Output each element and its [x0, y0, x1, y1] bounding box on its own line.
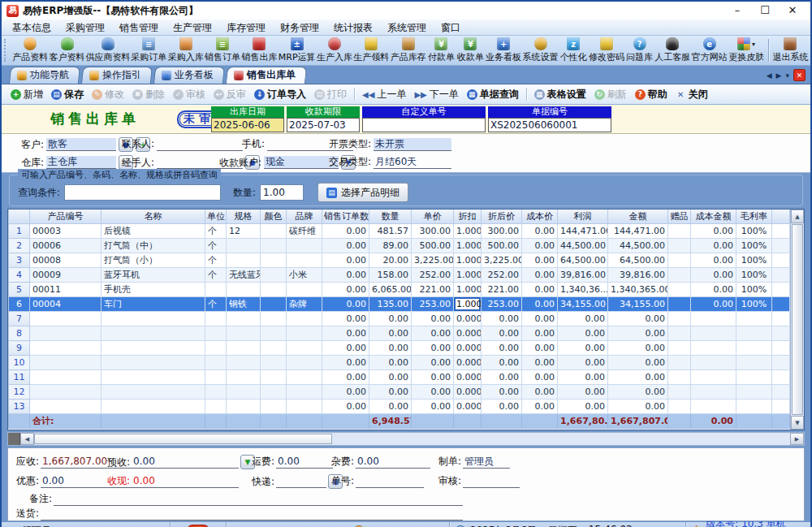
payment-account-input[interactable]: 现金 [264, 156, 339, 169]
action-help[interactable]: ?帮助 [631, 88, 672, 102]
toolbar-receipt-doc[interactable]: ¥收款单 [456, 37, 485, 64]
table-row-11[interactable]: 110.000.000.000.0000.000.000.000.00 [9, 370, 790, 385]
column-header-8[interactable]: 数量 [369, 210, 412, 224]
action-refresh[interactable]: ↻刷新 [590, 88, 631, 102]
toolbar-dashboard[interactable]: +业务看板 [485, 37, 521, 64]
toolbar-customer-info[interactable]: 客户资料 [49, 37, 85, 64]
toolbar-product-stock[interactable]: 产品库存 [390, 37, 426, 64]
column-header-11[interactable]: 折后价 [482, 210, 522, 224]
toolbar-support[interactable]: 人工客服 [654, 37, 691, 64]
action-delete[interactable]: ✖删除 [128, 88, 169, 102]
action-grid-settings[interactable]: ▦表格设置 [530, 88, 590, 102]
action-new[interactable]: +新增 [6, 88, 47, 102]
tab-operation-guide[interactable]: 操作指引 [81, 67, 153, 84]
delivery-input[interactable] [41, 508, 463, 521]
toolbar-sales-order[interactable]: ≡销售订单 [204, 37, 240, 64]
column-header-2[interactable]: 名称 [102, 210, 205, 224]
table-row-8[interactable]: 80.000.000.000.0000.000.000.000.00 [9, 326, 790, 341]
tab-scroll-right-icon[interactable]: ▶ [776, 71, 782, 80]
table-row-13[interactable]: 130.000.000.000.0000.000.000.000.00 [9, 400, 790, 414]
menu-item-0[interactable]: 基本信息 [5, 20, 58, 35]
menu-item-2[interactable]: 销售管理 [112, 20, 166, 35]
column-header-4[interactable]: 规格 [227, 210, 261, 224]
menu-item-1[interactable]: 采购管理 [58, 20, 112, 35]
customer-input[interactable]: 散客 [46, 138, 116, 151]
column-header-0[interactable] [9, 210, 30, 224]
tab-scroll-left-icon[interactable]: ◀ [767, 71, 772, 80]
tab-list-icon[interactable]: ▾ [785, 71, 789, 80]
table-row-6[interactable]: 600004车门个钢铁杂牌0.00135.00253.001.000253.00… [9, 297, 790, 312]
warehouse-input[interactable]: 主仓库 [46, 156, 116, 169]
column-header-13[interactable]: 利润 [558, 210, 608, 224]
tab-business-board[interactable]: 业务看板 [153, 67, 225, 84]
toolbar-website[interactable]: e官方网站 [691, 37, 728, 64]
action-prev-doc[interactable]: ◀◀上一单 [358, 88, 410, 102]
column-header-1[interactable]: 产品编号 [30, 210, 102, 224]
table-row-12[interactable]: 120.000.000.000.0000.000.000.000.00 [9, 385, 790, 400]
invoice-type-input[interactable]: 未开票 [374, 138, 451, 151]
column-header-9[interactable]: 单价 [412, 210, 454, 224]
menu-item-8[interactable]: 窗口 [434, 20, 468, 35]
vertical-scrollbar[interactable]: ▲ ▼ [790, 210, 804, 430]
action-audit[interactable]: ✓审核 [169, 88, 209, 102]
action-save[interactable]: ▤保存 [47, 88, 88, 102]
toolbar-product-info[interactable]: 产品资料 [11, 37, 48, 64]
toolbar-production-in[interactable]: 生产入库 [316, 37, 352, 64]
scroll-down-icon[interactable]: ▼ [791, 416, 804, 430]
column-header-18[interactable] [772, 210, 790, 224]
cash-input[interactable]: 0.00 [132, 475, 239, 488]
menu-item-5[interactable]: 财务管理 [273, 20, 326, 35]
column-header-3[interactable]: 单位 [205, 210, 227, 224]
toolbar-change-skin[interactable]: ▾更换皮肤 [728, 37, 764, 64]
table-row-9[interactable]: 90.000.000.000.0000.000.000.000.00 [9, 341, 790, 356]
scroll-left-icon[interactable]: ◀ [20, 433, 34, 445]
column-header-10[interactable]: 折扣 [454, 210, 482, 224]
table-row-3[interactable]: 300008打气筒（小）个0.0020.003,225.001.0003,225… [9, 253, 790, 268]
scroll-up-icon[interactable]: ▲ [791, 210, 804, 223]
column-header-14[interactable]: 金额 [608, 210, 668, 224]
toolbar-exit-system[interactable]: 退出系统 [772, 37, 809, 64]
table-row-5[interactable]: 500011手机壳0.006,065.00221.001.000221.000.… [9, 283, 790, 297]
table-row-10[interactable]: 100.000.000.000.0000.000.000.000.00 [9, 356, 790, 370]
table-row-7[interactable]: 70.000.000.000.0000.000.000.000.00 [9, 312, 790, 326]
toolbar-personalize[interactable]: z个性化 [559, 37, 588, 64]
toolbar-system-settings[interactable]: 系统设置 [522, 37, 559, 64]
action-next-doc[interactable]: ▶▶下一单 [410, 88, 462, 102]
action-close[interactable]: ✕关闭 [672, 88, 712, 102]
column-header-12[interactable]: 成本价 [522, 210, 558, 224]
column-header-6[interactable]: 品牌 [287, 210, 322, 224]
scroll-right-icon[interactable]: ▶ [790, 433, 804, 445]
remark-input[interactable] [54, 493, 463, 506]
column-header-15[interactable]: 赠品 [668, 210, 691, 224]
menu-item-4[interactable]: 库存管理 [219, 20, 273, 35]
action-print[interactable]: ▤打印 [310, 88, 351, 102]
toolbar-issue-library[interactable]: ?问题库 [625, 37, 654, 64]
horizontal-scroll-track[interactable] [332, 433, 790, 445]
close-button[interactable]: ✕ [784, 3, 801, 18]
table-row-4[interactable]: 400009蓝牙耳机个无线蓝牙小米0.00158.00252.001.00025… [9, 268, 790, 283]
horizontal-scroll-thumb[interactable] [34, 434, 332, 444]
doc-field-value-2[interactable] [362, 118, 486, 132]
tab-function-nav[interactable]: 功能导航 [9, 67, 80, 84]
trade-type-input[interactable]: 月结60天 [374, 156, 451, 169]
horizontal-scrollbar[interactable]: ◀ ▶ [7, 432, 805, 446]
toolbar-grip[interactable] [4, 39, 9, 62]
toolbar-payment-doc[interactable]: ¥付款单 [426, 37, 456, 64]
doc-field-value-1[interactable]: 2025-07-03 [287, 118, 360, 132]
vertical-scroll-thumb[interactable] [792, 224, 803, 415]
menu-item-7[interactable]: 系统管理 [380, 20, 434, 35]
toolbar-supplier-info[interactable]: 供应商资料 [85, 37, 130, 64]
toolbar-purchase-in[interactable]: 采购入库 [167, 37, 204, 64]
prepaid-input[interactable]: 0.00 [132, 456, 239, 469]
table-row-2[interactable]: 200006打气筒（中）个0.0089.00500.001.000500.000… [9, 239, 790, 253]
toolbar-production-material[interactable]: 生产领料 [353, 37, 390, 64]
misc-fee-input[interactable]: 0.00 [356, 456, 430, 469]
freight-input[interactable]: 0.00 [276, 456, 333, 469]
maximize-button[interactable]: ☐ [757, 3, 773, 18]
table-row-1[interactable]: 100003后视镜个12碳纤维0.00481.57300.001.000300.… [9, 224, 790, 239]
query-condition-input[interactable] [64, 184, 221, 201]
column-header-7[interactable]: 销售订单数量 [322, 210, 369, 224]
select-product-button[interactable]: ▤ 选择产品明细 [317, 183, 408, 202]
action-unaudit[interactable]: ↩反审 [209, 88, 250, 102]
tab-sales-out-doc[interactable]: 销售出库单 [226, 67, 307, 84]
